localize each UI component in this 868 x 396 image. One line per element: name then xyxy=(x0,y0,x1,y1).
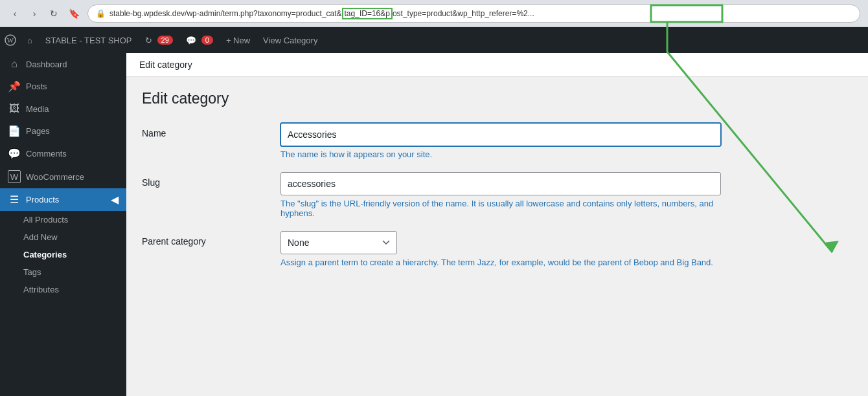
media-icon: 🖼 xyxy=(8,103,21,115)
sidebar-item-pages[interactable]: 📄 Pages xyxy=(0,120,126,142)
sidebar: ⌂ Dashboard 📌 Posts 🖼 Media 📄 Pages 💬 Co… xyxy=(0,53,126,396)
sidebar-item-products[interactable]: ☰ Products ◀ xyxy=(0,188,126,211)
form-row-name: Name The name is how it appears on your … xyxy=(142,123,852,159)
sidebar-item-label: Posts xyxy=(26,82,47,91)
posts-icon: 📌 xyxy=(8,80,21,93)
admin-bar-home[interactable]: ⌂ xyxy=(21,27,39,53)
dashboard-icon: ⌂ xyxy=(8,58,21,70)
bookmark-icon: 🔖 xyxy=(69,8,80,19)
sidebar-item-label: Comments xyxy=(26,149,67,159)
submenu-label: All Products xyxy=(23,215,68,225)
submenu-label: Add New xyxy=(23,232,58,242)
home-icon: ⌂ xyxy=(27,36,32,45)
admin-bar-updates[interactable]: ↻ 29 xyxy=(139,27,179,53)
wp-logo[interactable]: W xyxy=(0,27,21,53)
woocommerce-icon: W xyxy=(8,170,21,183)
slug-label: Slug xyxy=(142,172,265,188)
sidebar-item-label: Dashboard xyxy=(26,60,67,69)
sidebar-item-label: Products xyxy=(26,195,59,204)
wp-admin-bar: W ⌂ STABLE - TEST SHOP ↻ 29 💬 0 + New Vi… xyxy=(0,27,868,53)
wp-layout: ⌂ Dashboard 📌 Posts 🖼 Media 📄 Pages 💬 Co… xyxy=(0,53,868,396)
slug-field-wrapper: The "slug" is the URL-friendly version o… xyxy=(280,172,852,218)
url-highlight: tag_ID=16&p xyxy=(342,8,393,19)
page-title-bar: Edit category xyxy=(126,53,868,77)
admin-bar-comments[interactable]: 💬 0 xyxy=(179,27,220,53)
sidebar-submenu-attributes[interactable]: Attributes xyxy=(0,281,126,298)
admin-bar-view-category[interactable]: View Category xyxy=(257,27,324,53)
comments-icon: 💬 xyxy=(8,148,21,160)
name-field-wrapper: The name is how it appears on your site. xyxy=(280,123,852,159)
url-text-end: ost_type=product&wp_http_referer=%2... xyxy=(393,9,534,18)
url-text: stable-bg.wpdesk.dev/wp-admin/term.php?t… xyxy=(109,9,342,18)
comments-count: 0 xyxy=(201,36,213,45)
parent-select[interactable]: None xyxy=(280,231,397,254)
comments-icon: 💬 xyxy=(186,36,196,45)
sidebar-item-posts[interactable]: 📌 Posts xyxy=(0,75,126,98)
form-row-slug: Slug The "slug" is the URL-friendly vers… xyxy=(142,172,852,218)
sidebar-submenu-add-new[interactable]: Add New xyxy=(0,228,126,246)
updates-count: 29 xyxy=(157,36,173,45)
form-row-parent: Parent category None Assign a parent ter… xyxy=(142,231,852,267)
name-input[interactable] xyxy=(280,123,721,146)
admin-bar-new[interactable]: + New xyxy=(220,27,257,53)
browser-chrome: ‹ › ↻ 🔖 🔒 stable-bg.wpdesk.dev/wp-admin/… xyxy=(0,0,868,27)
updates-icon: ↻ xyxy=(145,36,152,45)
address-bar[interactable]: 🔒 stable-bg.wpdesk.dev/wp-admin/term.php… xyxy=(87,5,860,23)
content-area: Edit category Name The name is how it ap… xyxy=(126,77,868,293)
submenu-label: Attributes xyxy=(23,285,59,294)
sidebar-submenu-categories[interactable]: Categories xyxy=(0,246,126,263)
submenu-label: Tags xyxy=(23,267,41,277)
breadcrumb-title: Edit category xyxy=(139,60,855,70)
sidebar-item-woocommerce[interactable]: W WooCommerce xyxy=(0,165,126,188)
sidebar-item-dashboard[interactable]: ⌂ Dashboard xyxy=(0,53,126,75)
sidebar-submenu-tags[interactable]: Tags xyxy=(0,263,126,281)
parent-field-wrapper: None Assign a parent term to create a hi… xyxy=(280,231,852,267)
pages-icon: 📄 xyxy=(8,125,21,137)
page-title: Edit category xyxy=(142,90,852,107)
sidebar-arrow-icon: ◀ xyxy=(111,193,119,206)
lock-icon: 🔒 xyxy=(96,9,106,18)
sidebar-submenu-all-products[interactable]: All Products xyxy=(0,211,126,228)
sidebar-item-media[interactable]: 🖼 Media xyxy=(0,98,126,120)
new-label: + New xyxy=(226,36,250,45)
sidebar-item-label: Media xyxy=(26,104,49,114)
products-icon: ☰ xyxy=(8,193,21,206)
forward-button[interactable]: › xyxy=(27,6,41,21)
parent-hint: Assign a parent term to create a hierarc… xyxy=(280,258,721,267)
parent-label: Parent category xyxy=(142,231,265,247)
sidebar-item-comments[interactable]: 💬 Comments xyxy=(0,142,126,165)
admin-bar-site-name[interactable]: STABLE - TEST SHOP xyxy=(39,27,139,53)
svg-text:W: W xyxy=(7,36,14,44)
sidebar-item-label: WooCommerce xyxy=(26,172,84,182)
site-name-label: STABLE - TEST SHOP xyxy=(45,36,132,45)
main-content: Edit category Edit category Name The nam… xyxy=(126,53,868,396)
slug-hint: The "slug" is the URL-friendly version o… xyxy=(280,199,721,218)
reload-button[interactable]: ↻ xyxy=(47,6,61,21)
name-label: Name xyxy=(142,123,265,138)
parent-select-wrapper: None xyxy=(280,231,397,254)
view-category-label: View Category xyxy=(263,36,317,45)
slug-input[interactable] xyxy=(280,172,721,195)
name-hint: The name is how it appears on your site. xyxy=(280,149,721,159)
sidebar-item-label: Pages xyxy=(26,126,50,136)
submenu-label: Categories xyxy=(23,250,67,259)
back-button[interactable]: ‹ xyxy=(8,6,22,21)
